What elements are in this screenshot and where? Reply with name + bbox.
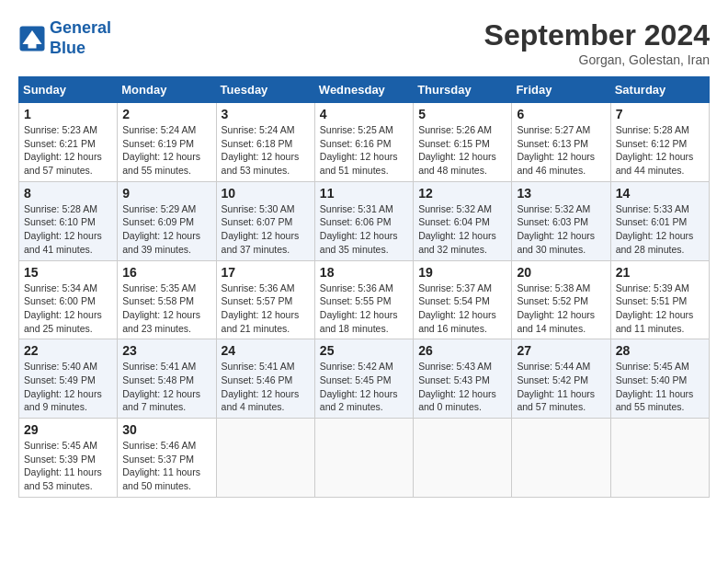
- day-info: Sunrise: 5:33 AM Sunset: 6:01 PM Dayligh…: [616, 202, 704, 257]
- day-number: 18: [320, 265, 408, 280]
- day-number: 25: [320, 343, 408, 358]
- weekday-header: Saturday: [610, 77, 709, 103]
- month-title: September 2024: [484, 18, 710, 52]
- day-info: Sunrise: 5:38 AM Sunset: 5:52 PM Dayligh…: [517, 282, 605, 336]
- day-info: Sunrise: 5:39 AM Sunset: 5:51 PM Dayligh…: [616, 282, 704, 336]
- day-info: Sunrise: 5:28 AM Sunset: 6:12 PM Dayligh…: [616, 123, 704, 178]
- calendar-day-cell: 12Sunrise: 5:32 AM Sunset: 6:04 PM Dayli…: [414, 181, 512, 260]
- day-info: Sunrise: 5:42 AM Sunset: 5:45 PM Dayligh…: [320, 360, 408, 414]
- calendar-week-row: 8Sunrise: 5:28 AM Sunset: 6:10 PM Daylig…: [19, 181, 710, 260]
- day-info: Sunrise: 5:35 AM Sunset: 5:58 PM Dayligh…: [122, 282, 210, 336]
- calendar-day-cell: 30Sunrise: 5:46 AM Sunset: 5:37 PM Dayli…: [118, 419, 216, 498]
- day-info: Sunrise: 5:41 AM Sunset: 5:46 PM Dayligh…: [222, 360, 310, 414]
- calendar-day-cell: 26Sunrise: 5:43 AM Sunset: 5:43 PM Dayli…: [414, 339, 512, 419]
- day-info: Sunrise: 5:27 AM Sunset: 6:13 PM Dayligh…: [517, 123, 605, 178]
- day-info: Sunrise: 5:26 AM Sunset: 6:15 PM Dayligh…: [418, 123, 506, 178]
- weekday-header-row: SundayMondayTuesdayWednesdayThursdayFrid…: [19, 77, 710, 103]
- day-info: Sunrise: 5:24 AM Sunset: 6:19 PM Dayligh…: [122, 123, 210, 178]
- day-info: Sunrise: 5:41 AM Sunset: 5:48 PM Dayligh…: [122, 360, 210, 414]
- day-number: 20: [517, 265, 605, 280]
- calendar-day-cell: 24Sunrise: 5:41 AM Sunset: 5:46 PM Dayli…: [216, 339, 314, 419]
- calendar-day-cell: 1Sunrise: 5:23 AM Sunset: 6:21 PM Daylig…: [19, 103, 118, 182]
- day-number: 15: [24, 265, 112, 280]
- weekday-header: Sunday: [19, 77, 118, 103]
- calendar-day-cell: 14Sunrise: 5:33 AM Sunset: 6:01 PM Dayli…: [610, 181, 709, 260]
- day-number: 22: [24, 343, 112, 358]
- day-info: Sunrise: 5:25 AM Sunset: 6:16 PM Dayligh…: [320, 123, 408, 178]
- calendar-day-cell: 8Sunrise: 5:28 AM Sunset: 6:10 PM Daylig…: [19, 181, 118, 260]
- calendar-week-row: 1Sunrise: 5:23 AM Sunset: 6:21 PM Daylig…: [19, 103, 710, 182]
- day-info: Sunrise: 5:44 AM Sunset: 5:42 PM Dayligh…: [517, 360, 605, 414]
- calendar-day-cell: 6Sunrise: 5:27 AM Sunset: 6:13 PM Daylig…: [512, 103, 610, 182]
- day-number: 1: [24, 107, 112, 121]
- calendar-day-cell: 7Sunrise: 5:28 AM Sunset: 6:12 PM Daylig…: [610, 103, 709, 182]
- day-number: 6: [517, 107, 605, 121]
- day-info: Sunrise: 5:32 AM Sunset: 6:03 PM Dayligh…: [517, 202, 605, 257]
- day-info: Sunrise: 5:45 AM Sunset: 5:39 PM Dayligh…: [24, 439, 112, 493]
- calendar-day-cell: [512, 419, 610, 498]
- day-number: 28: [616, 343, 704, 358]
- calendar-day-cell: 13Sunrise: 5:32 AM Sunset: 6:03 PM Dayli…: [512, 181, 610, 260]
- day-number: 17: [222, 265, 310, 280]
- day-number: 16: [122, 265, 210, 280]
- day-info: Sunrise: 5:32 AM Sunset: 6:04 PM Dayligh…: [418, 202, 506, 257]
- calendar-day-cell: 10Sunrise: 5:30 AM Sunset: 6:07 PM Dayli…: [216, 181, 314, 260]
- day-number: 24: [222, 343, 310, 358]
- calendar-week-row: 15Sunrise: 5:34 AM Sunset: 6:00 PM Dayli…: [19, 260, 710, 339]
- calendar-day-cell: 27Sunrise: 5:44 AM Sunset: 5:42 PM Dayli…: [512, 339, 610, 419]
- day-info: Sunrise: 5:30 AM Sunset: 6:07 PM Dayligh…: [222, 202, 310, 257]
- day-number: 13: [517, 186, 605, 201]
- page-header: General Blue September 2024 Gorgan, Gole…: [18, 18, 710, 67]
- calendar-day-cell: 21Sunrise: 5:39 AM Sunset: 5:51 PM Dayli…: [610, 260, 709, 339]
- day-number: 11: [320, 186, 408, 201]
- calendar-day-cell: 19Sunrise: 5:37 AM Sunset: 5:54 PM Dayli…: [414, 260, 512, 339]
- day-info: Sunrise: 5:40 AM Sunset: 5:49 PM Dayligh…: [24, 360, 112, 414]
- day-info: Sunrise: 5:45 AM Sunset: 5:40 PM Dayligh…: [616, 360, 704, 414]
- svg-rect-2: [28, 44, 37, 49]
- day-number: 21: [616, 265, 704, 280]
- day-info: Sunrise: 5:36 AM Sunset: 5:57 PM Dayligh…: [222, 282, 310, 336]
- day-number: 2: [122, 107, 210, 121]
- location-subtitle: Gorgan, Golestan, Iran: [484, 52, 710, 67]
- calendar-day-cell: 17Sunrise: 5:36 AM Sunset: 5:57 PM Dayli…: [216, 260, 314, 339]
- day-number: 29: [24, 422, 112, 437]
- calendar-day-cell: [414, 419, 512, 498]
- day-info: Sunrise: 5:43 AM Sunset: 5:43 PM Dayligh…: [418, 360, 506, 414]
- calendar-day-cell: 2Sunrise: 5:24 AM Sunset: 6:19 PM Daylig…: [118, 103, 216, 182]
- day-info: Sunrise: 5:29 AM Sunset: 6:09 PM Dayligh…: [122, 202, 210, 257]
- calendar-day-cell: 11Sunrise: 5:31 AM Sunset: 6:06 PM Dayli…: [314, 181, 413, 260]
- logo-line2: Blue: [50, 39, 85, 57]
- calendar-day-cell: 20Sunrise: 5:38 AM Sunset: 5:52 PM Dayli…: [512, 260, 610, 339]
- day-info: Sunrise: 5:36 AM Sunset: 5:55 PM Dayligh…: [320, 282, 408, 336]
- calendar-day-cell: 28Sunrise: 5:45 AM Sunset: 5:40 PM Dayli…: [610, 339, 709, 419]
- logo-icon: [18, 25, 46, 52]
- calendar-day-cell: 15Sunrise: 5:34 AM Sunset: 6:00 PM Dayli…: [19, 260, 118, 339]
- day-number: 8: [24, 186, 112, 201]
- calendar-day-cell: 4Sunrise: 5:25 AM Sunset: 6:16 PM Daylig…: [314, 103, 413, 182]
- day-number: 14: [616, 186, 704, 201]
- calendar-day-cell: 16Sunrise: 5:35 AM Sunset: 5:58 PM Dayli…: [118, 260, 216, 339]
- title-block: September 2024 Gorgan, Golestan, Iran: [484, 18, 710, 67]
- calendar-day-cell: 29Sunrise: 5:45 AM Sunset: 5:39 PM Dayli…: [19, 419, 118, 498]
- day-number: 26: [418, 343, 506, 358]
- calendar-day-cell: 25Sunrise: 5:42 AM Sunset: 5:45 PM Dayli…: [314, 339, 413, 419]
- calendar-day-cell: 5Sunrise: 5:26 AM Sunset: 6:15 PM Daylig…: [414, 103, 512, 182]
- weekday-header: Thursday: [414, 77, 512, 103]
- day-info: Sunrise: 5:46 AM Sunset: 5:37 PM Dayligh…: [122, 439, 210, 493]
- weekday-header: Tuesday: [216, 77, 314, 103]
- day-number: 10: [222, 186, 310, 201]
- calendar-day-cell: 18Sunrise: 5:36 AM Sunset: 5:55 PM Dayli…: [314, 260, 413, 339]
- day-info: Sunrise: 5:31 AM Sunset: 6:06 PM Dayligh…: [320, 202, 408, 257]
- calendar-day-cell: 22Sunrise: 5:40 AM Sunset: 5:49 PM Dayli…: [19, 339, 118, 419]
- day-number: 4: [320, 107, 408, 121]
- calendar-table: SundayMondayTuesdayWednesdayThursdayFrid…: [18, 76, 710, 498]
- day-info: Sunrise: 5:23 AM Sunset: 6:21 PM Dayligh…: [24, 123, 112, 178]
- day-info: Sunrise: 5:24 AM Sunset: 6:18 PM Dayligh…: [222, 123, 310, 178]
- weekday-header: Friday: [512, 77, 610, 103]
- day-info: Sunrise: 5:28 AM Sunset: 6:10 PM Dayligh…: [24, 202, 112, 257]
- day-number: 30: [122, 422, 210, 437]
- calendar-week-row: 22Sunrise: 5:40 AM Sunset: 5:49 PM Dayli…: [19, 339, 710, 419]
- calendar-day-cell: 23Sunrise: 5:41 AM Sunset: 5:48 PM Dayli…: [118, 339, 216, 419]
- day-number: 9: [122, 186, 210, 201]
- calendar-day-cell: [216, 419, 314, 498]
